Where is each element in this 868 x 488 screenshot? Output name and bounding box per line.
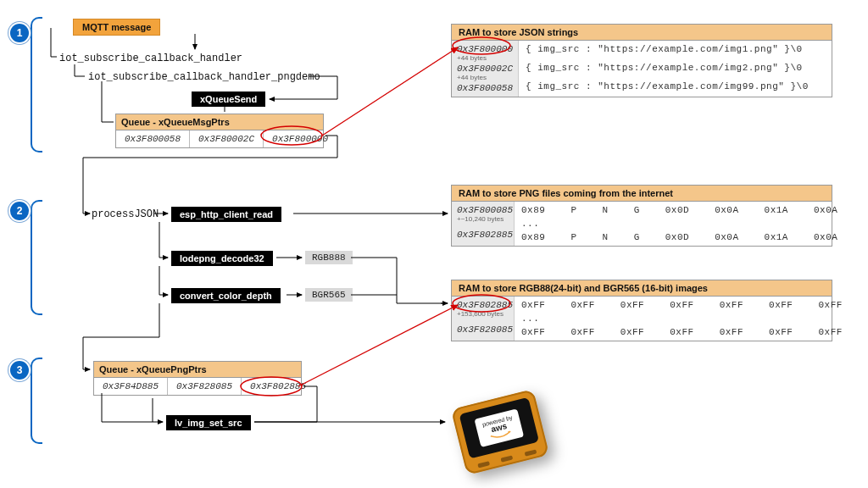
ram-ellipsis: ...: [521, 313, 868, 324]
ram-ellipsis: ...: [521, 219, 837, 229]
ram-png-box: RAM to store PNG files coming from the i…: [451, 185, 832, 247]
queue-png-ptrs: Queue - xQueuePngPtrs 0x3F84D885 0x3F828…: [93, 361, 302, 396]
ram-json-title: RAM to store JSON strings: [452, 25, 832, 41]
ram-png-row: 0x89PNG0x0D0x0A0x1A0x0A: [521, 232, 837, 242]
ram-json-addr: 0x3F80002C: [457, 64, 513, 74]
lodepng-decode32-fn: lodepng_decode32: [171, 251, 273, 266]
ram-json-offset: +44 bytes: [457, 54, 513, 62]
queue-msg-cell: 0x3F800058: [116, 130, 190, 147]
ram-png-addr: 0x3F800085: [457, 205, 509, 215]
ram-rgb-row: 0xFF0xFF0xFF0xFF0xFF0xFF0xFF0xFF: [521, 327, 868, 337]
aws-device-icon: powered by aws: [458, 398, 542, 466]
ram-json-box: RAM to store JSON strings 0x3F800000 +44…: [451, 24, 832, 97]
ram-rgb-box: RAM to store RGB88(24-bit) and BGR565 (1…: [451, 280, 832, 341]
ram-rgb-title: RAM to store RGB88(24-bit) and BGR565 (1…: [452, 280, 832, 297]
queue-msg-cell: 0x3F800000: [264, 130, 337, 147]
ram-json-addr: 0x3F800058: [457, 83, 513, 93]
queue-png-cell: 0x3F828085: [168, 378, 242, 395]
section-1-bracket: [31, 17, 42, 152]
section-3-bracket: [31, 358, 42, 444]
lv-img-set-src-fn: lv_img_set_src: [166, 415, 251, 430]
ram-json-offset: +44 bytes: [457, 74, 513, 81]
mqtt-message-tag: MQTT message: [73, 19, 160, 36]
ram-png-row: 0x89PNG0x0D0x0A0x1A0x0A: [521, 205, 837, 215]
callback-handler-pngdemo: iot_subscribe_callback_handler_pngdemo: [88, 71, 320, 83]
ram-json-row: { img_src : "https://example.com/img99.p…: [526, 81, 809, 92]
xqueuesend-fn: xQueueSend: [192, 92, 265, 107]
queue-png-cell: 0x3F84D885: [94, 378, 168, 395]
section-2-bracket: [31, 200, 42, 315]
section-badge-2: 2: [10, 202, 29, 220]
ram-rgb-row: 0xFF0xFF0xFF0xFF0xFF0xFF0xFF0xFF: [521, 300, 868, 310]
processjson-fn: processJSON: [92, 208, 159, 220]
ram-json-row: { img_src : "https://example.com/img1.pn…: [526, 44, 809, 54]
bgr565-tag: BGR565: [305, 288, 353, 302]
ram-png-addr: 0x3F802885: [457, 230, 509, 240]
section-badge-1: 1: [10, 24, 29, 42]
queue-png-title: Queue - xQueuePngPtrs: [94, 362, 301, 378]
ram-json-row: { img_src : "https://example.com/img2.pn…: [526, 63, 809, 73]
section-badge-3: 3: [10, 361, 29, 380]
ram-png-title: RAM to store PNG files coming from the i…: [452, 186, 832, 202]
ram-rgb-addr: 0x3F828085: [457, 324, 509, 335]
ram-rgb-offset: +153,600 bytes: [457, 310, 509, 318]
callback-handler: iot_subscribe_callback_handler: [59, 53, 242, 64]
queue-msg-cell: 0x3F80002C: [190, 130, 264, 147]
esp-http-client-read-fn: esp_http_client_read: [171, 207, 281, 222]
rgb888-tag: RGB888: [305, 251, 353, 264]
convert-color-depth-fn: convert_color_depth: [171, 288, 281, 303]
queue-msg-ptrs: Queue - xQueueMsgPtrs 0x3F800058 0x3F800…: [115, 114, 324, 148]
ram-png-offset: +~10,240 bytes: [457, 215, 509, 223]
ram-json-addr: 0x3F800000: [457, 44, 513, 54]
ram-rgb-addr: 0x3F802885: [457, 300, 509, 310]
queue-msg-title: Queue - xQueueMsgPtrs: [116, 114, 323, 130]
queue-png-cell: 0x3F802885: [242, 378, 314, 395]
